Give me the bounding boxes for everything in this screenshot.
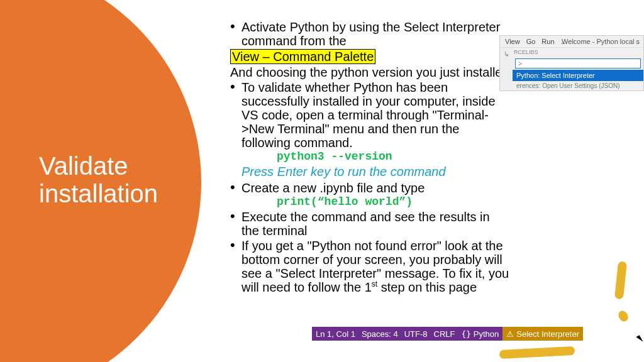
input-prefix: > [518, 60, 522, 67]
vscode-activity-bar: ↳ [500, 48, 513, 90]
annotation-arrow-1 [614, 261, 627, 299]
statusbar-eol[interactable]: CRLF [434, 329, 455, 339]
bullet-2: To validate whether Python has been succ… [226, 80, 509, 150]
bullet-1-highlight-row: View – Command Palette [226, 49, 509, 64]
vscode-menubar: View Go Run … Welcome - Python local s [500, 36, 643, 48]
vscode-side-label: RCELIBS [513, 48, 643, 57]
menu-go[interactable]: Go [526, 38, 536, 45]
menu-run[interactable]: Run [541, 38, 554, 45]
command-palette-input[interactable]: > [515, 58, 641, 69]
slide: Validate installation Activate Python by… [0, 0, 644, 362]
statusbar-encoding[interactable]: UTF-8 [404, 329, 428, 339]
content-area: Activate Python by using the Select Inte… [226, 20, 509, 295]
bullet-list: Activate Python by using the Select Inte… [226, 20, 509, 48]
palette-item-other[interactable]: erences: Open User Settings (JSON) [513, 81, 643, 90]
vscode-main: RCELIBS > Python: Select Interpreter ere… [513, 48, 643, 90]
vscode-statusbar-screenshot: Ln 1, Col 1 Spaces: 4 UTF-8 CRLF {} Pyth… [312, 327, 583, 341]
statusbar-language-text: Python [474, 329, 499, 339]
bullet-5: If you get a "Python not found error" lo… [226, 239, 509, 294]
welcome-tab-label: Welcome - Python local s [562, 38, 640, 45]
bullet-list-3: Create a new .ipynb file and type [226, 181, 509, 195]
statusbar-warning-text: Select Interpreter [516, 329, 579, 339]
statusbar-spaces[interactable]: Spaces: 4 [362, 329, 398, 339]
bullet-3: Create a new .ipynb file and type [226, 181, 509, 195]
highlighted-text: View – Command Palette [230, 49, 375, 64]
vscode-palette-screenshot: View Go Run … Welcome - Python local s ↳… [499, 35, 644, 91]
bullet-list-2: To validate whether Python has been succ… [226, 80, 509, 150]
annotation-dot-1 [616, 309, 630, 324]
bullet-1: Activate Python by using the Select Inte… [226, 20, 509, 48]
bullet-1-continuation: And choosing the python version you just… [226, 65, 509, 79]
menu-view[interactable]: View [505, 38, 520, 45]
slide-title: Validate installation [39, 152, 196, 207]
bullet-1-text: Activate Python by using the Select Inte… [242, 20, 500, 48]
code-line-1: python3 --version [226, 151, 509, 163]
annotation-underline [499, 346, 575, 359]
hint-1: Press Enter key to run the command [226, 165, 509, 178]
braces-icon: {} [462, 329, 472, 339]
arrow-icon[interactable]: ↳ [504, 50, 509, 58]
bullet-5-post: step on this page [377, 280, 477, 294]
statusbar-ln-col[interactable]: Ln 1, Col 1 [316, 329, 355, 339]
warning-icon: ⚠ [506, 329, 514, 339]
statusbar-right[interactable]: ⚠ Select Interpreter [502, 327, 583, 341]
cursor-icon [636, 335, 643, 343]
code-line-2: print(“hello world”) [226, 196, 509, 209]
bullet-4: Execute the command and see the results … [226, 210, 509, 238]
bullet-list-4: Execute the command and see the results … [226, 210, 509, 294]
statusbar-left: Ln 1, Col 1 Spaces: 4 UTF-8 CRLF {} Pyth… [312, 327, 502, 341]
vscode-body: ↳ RCELIBS > Python: Select Interpreter e… [500, 48, 643, 90]
statusbar-language[interactable]: {} Python [462, 329, 499, 339]
palette-item-selected[interactable]: Python: Select Interpreter [513, 70, 643, 81]
bullet-5-sup: st [372, 280, 377, 288]
